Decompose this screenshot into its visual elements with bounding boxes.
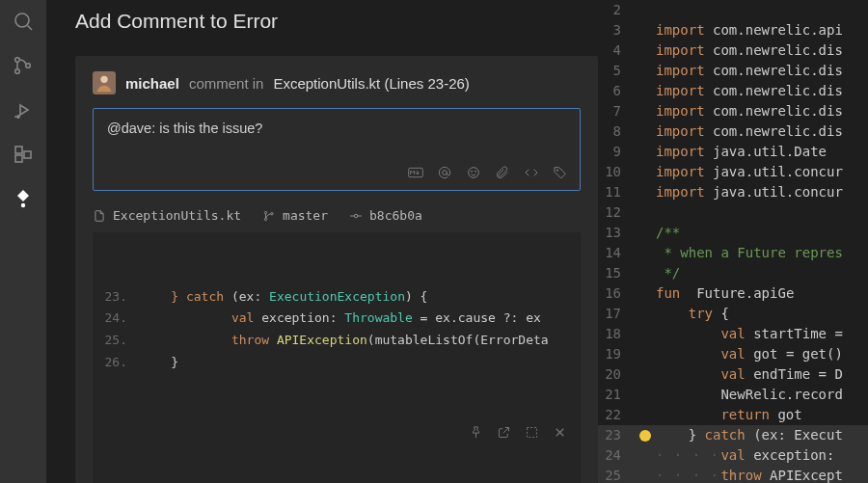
code-line: 25. throw APIException(mutableListOf(Err…: [100, 330, 567, 352]
svg-point-6: [17, 116, 19, 118]
code-icon[interactable]: [524, 165, 539, 180]
editor-line: 15 */: [598, 263, 868, 283]
code-line: 26. }: [100, 352, 567, 374]
svg-point-20: [271, 212, 273, 214]
code-block: 23. } catch (ex: ExecutionException) {24…: [93, 232, 581, 483]
svg-point-17: [556, 170, 557, 171]
editor-line: 21 NewRelic.record: [598, 385, 868, 405]
page-title: Add Comment to Error: [75, 10, 598, 33]
editor-line: 8import com.newrelic.dis: [598, 121, 868, 142]
branch-name: master: [283, 208, 328, 223]
branch-chip[interactable]: master: [262, 208, 328, 223]
editor-line: 7import com.newrelic.dis: [598, 101, 868, 121]
editor-line: 19 val got = get(): [598, 344, 868, 364]
select-icon[interactable]: [525, 425, 539, 447]
editor-line: 16fun Future.apiGe: [598, 283, 868, 304]
editor-line: 14 * when a Future repres: [598, 243, 868, 263]
editor-line: 3import com.newrelic.api: [598, 20, 868, 40]
markdown-icon[interactable]: [408, 165, 423, 180]
code-editor[interactable]: 23import com.newrelic.api4import com.new…: [598, 0, 868, 483]
file-chip[interactable]: ExceptionUtils.kt: [93, 208, 241, 223]
svg-rect-7: [15, 147, 22, 153]
comment-verb: comment in: [189, 75, 264, 92]
editor-line: 12: [598, 202, 868, 223]
emoji-icon[interactable]: [466, 165, 481, 180]
code-block-actions: [100, 425, 567, 447]
commit-sha: b8c6b0a: [369, 208, 422, 223]
editor-line: 23 } catch (ex: Execut: [598, 425, 868, 445]
editor-line: 5import com.newrelic.dis: [598, 61, 868, 81]
svg-point-4: [26, 64, 31, 68]
debug-icon[interactable]: [10, 96, 37, 123]
external-link-icon[interactable]: [497, 425, 511, 447]
codestream-icon[interactable]: [10, 185, 37, 212]
editor-line: 9import java.util.Date: [598, 142, 868, 162]
source-control-icon[interactable]: [10, 52, 37, 79]
extensions-icon[interactable]: [10, 141, 37, 168]
comment-toolbar: [107, 165, 568, 180]
svg-point-16: [475, 171, 475, 172]
tag-icon[interactable]: [553, 165, 568, 180]
svg-point-18: [264, 211, 266, 213]
lightbulb-icon[interactable]: [639, 430, 651, 442]
editor-line: 6import com.newrelic.dis: [598, 81, 868, 101]
editor-line: 18 val startTime =: [598, 324, 868, 344]
attachment-icon[interactable]: [495, 165, 510, 180]
comment-header: michael comment in ExceptionUtils.kt (Li…: [93, 71, 581, 94]
comment-panel: michael comment in ExceptionUtils.kt (Li…: [75, 56, 598, 483]
svg-point-15: [471, 171, 472, 172]
commit-chip[interactable]: b8c6b0a: [349, 208, 422, 223]
editor-line: 11import java.util.concur: [598, 182, 868, 202]
svg-point-14: [469, 168, 479, 178]
svg-rect-9: [24, 151, 31, 158]
code-line: 23. } catch (ex: ExecutionException) {: [100, 286, 567, 309]
avatar: [93, 71, 116, 94]
search-icon[interactable]: [10, 8, 37, 35]
editor-line: 22 return got: [598, 405, 868, 425]
svg-rect-8: [15, 155, 22, 162]
editor-line: 10import java.util.concur: [598, 162, 868, 182]
svg-point-0: [15, 13, 29, 27]
svg-point-19: [264, 218, 266, 220]
svg-point-11: [100, 76, 107, 83]
activity-bar: [0, 0, 46, 483]
author-name: michael: [125, 75, 179, 92]
editor-line: 25 throw APIExcept: [598, 466, 868, 483]
close-icon[interactable]: [553, 425, 567, 447]
editor-line: 24 val exception:: [598, 445, 868, 466]
comment-panel-column: Add Comment to Error michael comment in …: [46, 0, 598, 483]
comment-input-box[interactable]: [93, 108, 581, 191]
editor-line: 20 val endTime = D: [598, 364, 868, 385]
svg-marker-5: [20, 105, 28, 115]
file-meta: ExceptionUtils.kt master b8c6b0a: [93, 208, 581, 223]
editor-line: 2: [598, 0, 868, 20]
editor-line: 4import com.newrelic.dis: [598, 40, 868, 61]
svg-point-10: [21, 203, 25, 207]
comment-context: ExceptionUtils.kt (Lines 23-26): [273, 75, 469, 92]
editor-line: 13/**: [598, 223, 868, 243]
svg-point-21: [354, 214, 358, 218]
svg-point-13: [443, 171, 448, 175]
pin-icon[interactable]: [469, 425, 483, 447]
editor-line: 17 try {: [598, 304, 868, 324]
svg-point-3: [15, 69, 20, 74]
comment-textarea[interactable]: [107, 121, 568, 136]
svg-line-1: [28, 26, 33, 31]
svg-point-2: [15, 58, 20, 63]
mention-icon[interactable]: [437, 165, 452, 180]
code-line: 24. val exception: Throwable = ex.cause …: [100, 308, 567, 330]
svg-rect-25: [528, 428, 537, 438]
file-name: ExceptionUtils.kt: [113, 208, 241, 223]
